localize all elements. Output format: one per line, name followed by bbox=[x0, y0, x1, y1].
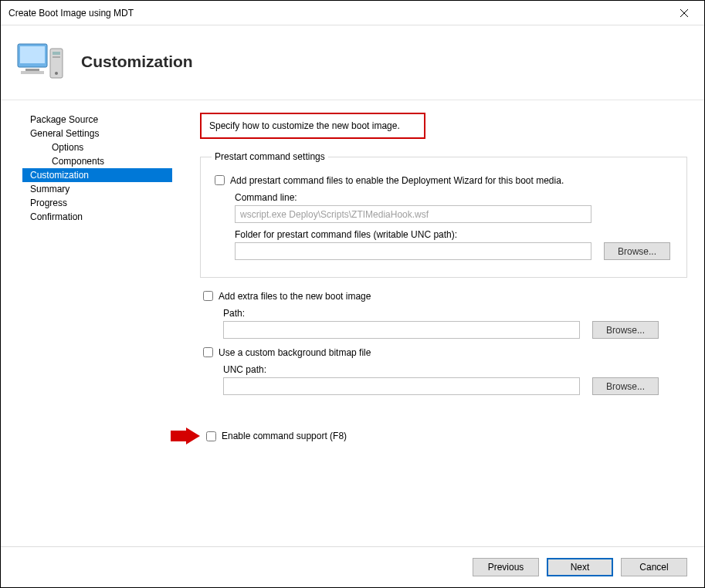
cmdline-input[interactable] bbox=[235, 205, 591, 223]
cmdline-label: Command line: bbox=[235, 192, 676, 203]
close-icon bbox=[680, 8, 689, 18]
instruction-highlight: Specify how to customize the new boot im… bbox=[200, 113, 425, 139]
prestart-folder-label: Folder for prestart command files (writa… bbox=[235, 229, 676, 240]
svg-rect-8 bbox=[53, 56, 60, 58]
window-title: Create Boot Image using MDT bbox=[8, 8, 134, 19]
extra-path-input[interactable] bbox=[223, 321, 580, 339]
prestart-group: Prestart command settings Add prestart c… bbox=[200, 151, 687, 278]
wizard-header: Customization bbox=[1, 25, 704, 100]
sidebar-item-progress[interactable]: Progress bbox=[25, 196, 172, 210]
dialog-window: Create Boot Image using MDT Customizatio… bbox=[0, 0, 705, 588]
enable-command-support-checkbox[interactable] bbox=[206, 431, 216, 441]
wizard-footer: Previous Next Cancel bbox=[1, 546, 704, 587]
bitmap-checkbox-label: Use a custom background bitmap file bbox=[219, 347, 371, 358]
svg-rect-5 bbox=[21, 71, 44, 74]
sidebar-item-components[interactable]: Components bbox=[25, 154, 172, 168]
extra-files-checkbox[interactable] bbox=[203, 291, 213, 301]
svg-rect-3 bbox=[20, 46, 45, 63]
prestart-checkbox-label: Add prestart command files to enable the… bbox=[230, 175, 564, 186]
prestart-folder-input[interactable] bbox=[235, 242, 591, 260]
svg-rect-4 bbox=[25, 69, 39, 71]
prestart-checkbox[interactable] bbox=[215, 175, 225, 185]
sidebar-item-summary[interactable]: Summary bbox=[25, 182, 172, 196]
sidebar-item-general-settings[interactable]: General Settings bbox=[25, 127, 172, 140]
prestart-browse-button[interactable]: Browse... bbox=[604, 242, 670, 260]
prestart-legend: Prestart command settings bbox=[212, 151, 328, 162]
wizard-content: Specify how to customize the new boot im… bbox=[172, 113, 704, 546]
extra-path-label: Path: bbox=[223, 308, 687, 319]
sidebar-item-confirmation[interactable]: Confirmation bbox=[25, 210, 172, 224]
bitmap-path-input[interactable] bbox=[223, 377, 580, 395]
sidebar-item-customization[interactable]: Customization bbox=[22, 168, 172, 182]
bitmap-path-label: UNC path: bbox=[223, 364, 687, 375]
titlebar: Create Boot Image using MDT bbox=[1, 1, 704, 25]
computer-icon bbox=[16, 39, 66, 84]
page-title: Customization bbox=[81, 52, 193, 71]
attention-arrow-icon bbox=[171, 427, 202, 444]
sidebar-item-options[interactable]: Options bbox=[25, 140, 172, 154]
enable-command-support-label: Enable command support (F8) bbox=[222, 431, 347, 441]
svg-rect-7 bbox=[53, 52, 60, 55]
svg-point-9 bbox=[55, 72, 58, 75]
cancel-button[interactable]: Cancel bbox=[621, 558, 687, 576]
close-button[interactable] bbox=[669, 2, 700, 24]
bitmap-checkbox[interactable] bbox=[203, 347, 213, 357]
wizard-sidebar: Package Source General Settings Options … bbox=[1, 113, 172, 546]
extra-browse-button[interactable]: Browse... bbox=[592, 321, 659, 339]
instruction-text: Specify how to customize the new boot im… bbox=[209, 120, 400, 131]
extra-files-checkbox-label: Add extra files to the new boot image bbox=[219, 291, 371, 302]
svg-marker-10 bbox=[171, 427, 200, 444]
wizard-body: Package Source General Settings Options … bbox=[1, 100, 704, 546]
bitmap-browse-button[interactable]: Browse... bbox=[592, 377, 659, 395]
previous-button[interactable]: Previous bbox=[473, 558, 539, 576]
next-button[interactable]: Next bbox=[547, 558, 613, 576]
sidebar-item-package-source[interactable]: Package Source bbox=[25, 113, 172, 127]
